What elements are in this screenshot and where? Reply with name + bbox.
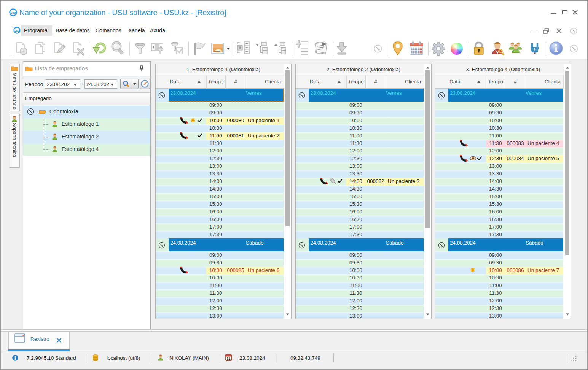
- svg-text:usu: usu: [10, 11, 16, 14]
- svg-text:31: 31: [227, 357, 231, 360]
- svg-text:usu: usu: [14, 29, 19, 32]
